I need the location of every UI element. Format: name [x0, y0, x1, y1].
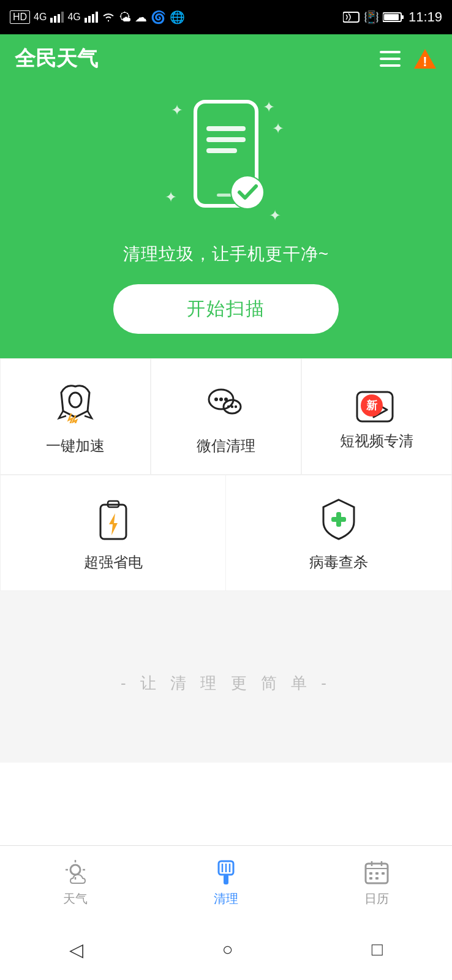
feature-grid-row2: 超强省电 病毒查杀	[0, 475, 452, 591]
svg-rect-1	[54, 16, 56, 23]
svg-point-24	[69, 393, 81, 407]
svg-rect-54	[375, 872, 379, 875]
wechat-label: 微信清理	[197, 436, 255, 456]
back-button[interactable]: ◁	[51, 933, 102, 967]
warning-icon[interactable]: !	[413, 48, 437, 70]
svg-rect-56	[369, 877, 372, 880]
nav-item-clean[interactable]: 清理	[151, 858, 301, 907]
svg-point-31	[231, 405, 233, 408]
svg-rect-0	[50, 18, 53, 23]
grid-item-battery[interactable]: 超强省电	[0, 475, 226, 591]
network-4g-1: 4G	[34, 12, 47, 23]
recent-button[interactable]: □	[353, 933, 401, 966]
feature-grid-row1: 一键加速 微信清理	[0, 358, 452, 475]
svg-rect-19	[206, 137, 246, 142]
speed-label: 一键加速	[46, 436, 105, 456]
svg-rect-7	[96, 12, 98, 23]
new-badge: 新	[361, 394, 383, 417]
svg-rect-13	[380, 58, 401, 60]
svg-point-26	[214, 398, 218, 401]
svg-rect-5	[88, 16, 91, 23]
virus-label: 病毒查杀	[309, 552, 368, 572]
svg-text:!: !	[423, 54, 427, 69]
cloud-icon-4: 🌐	[170, 10, 185, 24]
middle-section: - 让 清 理 更 简 单 -	[0, 591, 452, 763]
svg-rect-57	[375, 877, 379, 880]
grid-item-speed[interactable]: 一键加速	[0, 358, 151, 475]
hd-indicator: HD	[10, 10, 30, 24]
svg-rect-12	[380, 51, 401, 53]
video-label: 短视频专清	[340, 431, 413, 451]
cloud-icon-2: ☁	[135, 10, 147, 24]
signal-bars	[50, 12, 64, 23]
grid-item-virus[interactable]: 病毒查杀	[226, 475, 452, 591]
calendar-nav-icon	[362, 858, 391, 887]
svg-rect-6	[92, 14, 94, 23]
svg-point-32	[235, 405, 237, 408]
svg-rect-4	[85, 18, 87, 23]
weather-nav-label: 天气	[63, 891, 88, 907]
battery-label: 超强省电	[84, 552, 143, 572]
svg-rect-38	[331, 517, 346, 522]
grid-item-wechat[interactable]: 微信清理	[151, 358, 301, 475]
cloud-icon-3: 🌀	[151, 10, 166, 24]
svg-rect-14	[380, 64, 401, 67]
svg-rect-11	[384, 14, 399, 20]
time: 11:19	[409, 9, 442, 25]
svg-rect-8	[343, 12, 359, 22]
nfc-icon	[343, 12, 360, 23]
scan-button[interactable]: 开始扫描	[113, 284, 339, 334]
svg-rect-18	[206, 126, 246, 131]
clean-nav-label: 清理	[214, 891, 238, 907]
svg-point-39	[70, 865, 80, 875]
calendar-nav-label: 日历	[364, 891, 389, 907]
shield-icon	[314, 494, 363, 543]
battery-icon	[383, 12, 405, 23]
sys-nav: ◁ ○ □	[0, 919, 452, 980]
svg-rect-10	[401, 15, 404, 19]
header-icons: !	[380, 48, 437, 70]
nav-item-weather[interactable]: 天气	[0, 858, 151, 907]
svg-rect-55	[382, 872, 385, 875]
app-header: 全民天气 !	[0, 34, 452, 83]
app-title: 全民天气	[15, 45, 98, 73]
weather-nav-icon	[61, 858, 90, 887]
svg-rect-53	[369, 872, 372, 875]
rocket-icon	[51, 377, 100, 426]
svg-point-30	[227, 405, 230, 408]
hero-section: ✦ ✦ ✦ ✦ ✦ 清理垃圾，让手机更干净~ 开始扫描	[0, 83, 452, 358]
nav-item-calendar[interactable]: 日历	[301, 858, 452, 907]
menu-icon[interactable]	[380, 51, 401, 67]
wechat-icon	[202, 377, 250, 426]
phone-illustration: ✦ ✦ ✦ ✦ ✦	[165, 96, 287, 230]
svg-rect-3	[61, 12, 64, 23]
svg-point-27	[219, 398, 223, 401]
svg-rect-48	[224, 875, 228, 884]
grid-item-video[interactable]: 新 短视频专清	[301, 358, 452, 475]
wifi-icon	[102, 12, 115, 23]
status-right: 📳 11:19	[343, 9, 442, 25]
svg-rect-2	[58, 14, 60, 23]
signal-bars-2	[85, 12, 98, 23]
status-left: HD 4G 4G 🌤	[10, 10, 185, 24]
network-4g-2: 4G	[67, 12, 80, 23]
middle-text: - 让 清 理 更 简 单 -	[121, 673, 331, 694]
cloud-icon-1: 🌤	[119, 10, 131, 24]
vibrate-icon: 📳	[364, 10, 379, 24]
clean-nav-icon	[211, 858, 241, 887]
status-bar: HD 4G 4G 🌤	[0, 0, 452, 34]
svg-point-23	[232, 176, 263, 208]
hero-subtitle: 清理垃圾，让手机更干净~	[123, 243, 329, 266]
battery-save-icon	[89, 494, 138, 543]
bottom-nav: 天气 清理	[0, 845, 452, 919]
home-button[interactable]: ○	[203, 933, 251, 966]
svg-rect-20	[206, 148, 237, 153]
